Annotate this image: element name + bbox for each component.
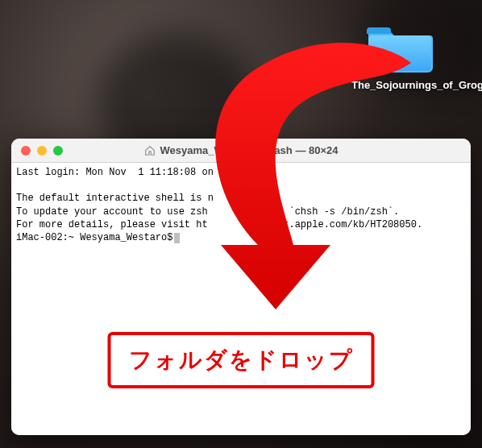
desktop-folder[interactable]: The_Sojournings_of_Grog (351, 21, 448, 93)
svg-rect-0 (368, 35, 431, 71)
maximize-button[interactable] (53, 146, 63, 156)
home-icon (144, 145, 156, 156)
terminal-prompt: iMac-002:~ Wesyama_Westaro$ (16, 232, 172, 243)
terminal-line: Last login: Mon Nov 1 11:18:08 on (16, 167, 219, 178)
traffic-lights (11, 146, 63, 156)
terminal-line: For more details, please visit ht port.a… (16, 219, 422, 230)
close-button[interactable] (21, 146, 31, 156)
terminal-line: To update your account to use zsh run `c… (16, 206, 399, 218)
terminal-window[interactable]: Wesyama_We -bash — 80×24 Last login: Mon… (11, 139, 471, 435)
drop-instruction-label: フォルダをドロップ (108, 332, 375, 388)
cursor (174, 233, 180, 243)
folder-label: The_Sojournings_of_Grog (351, 79, 448, 93)
titlebar[interactable]: Wesyama_We -bash — 80×24 (11, 139, 471, 163)
terminal-line: The default interactive shell is n (16, 193, 214, 204)
minimize-button[interactable] (37, 146, 47, 156)
window-title: Wesyama_We -bash — 80×24 (11, 144, 471, 156)
folder-icon (367, 21, 433, 74)
terminal-body[interactable]: Last login: Mon Nov 1 11:18:08 on The de… (11, 163, 471, 435)
